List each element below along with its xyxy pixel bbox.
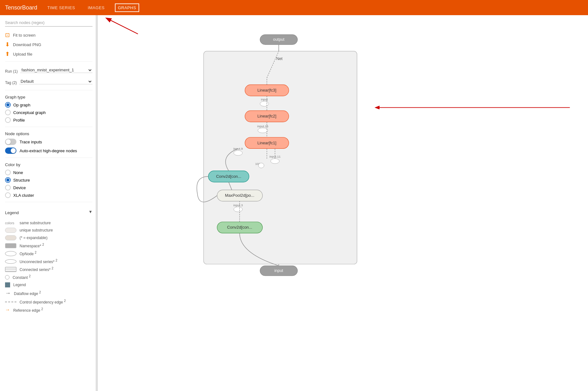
legend-namespace-icon — [5, 243, 16, 248]
conceptual-graph-option[interactable]: Conceptual graph — [5, 110, 92, 115]
legend-dataflow: → Dataflow edge 2 — [5, 290, 92, 297]
tag-row: Tag (2) Default — [5, 77, 92, 86]
legend-summary: Legend — [5, 282, 92, 287]
legend-colors-label: colors same substructure — [5, 221, 92, 225]
trace-inputs-row[interactable]: Trace inputs — [5, 139, 92, 145]
legend-reference-label: Reference edge 2 — [13, 307, 43, 313]
tag-label: Tag (2) — [5, 81, 17, 85]
legend-constant-label: Constant 2 — [13, 274, 31, 280]
auto-extract-label: Auto-extract high-degree nodes — [20, 148, 77, 153]
op-graph-option[interactable]: Op graph — [5, 102, 92, 108]
fit-to-screen-action[interactable]: ⊡ Fit to screen — [5, 32, 92, 39]
legend-same-substructure: same substructure — [20, 221, 51, 225]
legend-colors-text: colors — [5, 221, 16, 225]
legend-section: colors same substructure unique substruc… — [5, 221, 92, 313]
legend-dataflow-label: Dataflow edge 2 — [14, 291, 41, 296]
profile-radio[interactable] — [5, 117, 11, 123]
color-by-title: Color by — [5, 162, 92, 167]
color-xla-label: XLA cluster — [13, 193, 34, 198]
run-select[interactable]: fashion_mnist_experiment_1 — [20, 67, 92, 73]
upload-label: Upload file — [13, 52, 32, 57]
legend-connected-label: Connected series* 2 — [20, 267, 53, 272]
upload-file-action[interactable]: ⬆ Upload file — [5, 51, 92, 57]
color-structure[interactable]: Structure — [5, 177, 92, 183]
color-none[interactable]: None — [5, 170, 92, 175]
navbar: TensorBoard TIME SERIES IMAGES GRAPHS — [0, 0, 588, 15]
svg-point-10 — [260, 101, 269, 106]
color-structure-radio[interactable] — [5, 177, 11, 183]
svg-text:Net: Net — [276, 56, 282, 61]
auto-extract-toggle[interactable] — [5, 147, 16, 154]
app-brand: TensorBoard — [5, 4, 37, 11]
svg-text:Linear[fc2]: Linear[fc2] — [257, 114, 276, 118]
svg-text:Conv2d[con...: Conv2d[con... — [227, 225, 252, 230]
fit-label: Fit to screen — [13, 33, 36, 38]
legend-connected-icon — [5, 267, 16, 272]
svg-text:MaxPool2d[po...: MaxPool2d[po... — [225, 193, 254, 198]
conceptual-graph-label: Conceptual graph — [13, 110, 46, 115]
conceptual-graph-radio[interactable] — [5, 110, 11, 115]
legend-constant-icon — [5, 275, 9, 280]
legend-connected: Connected series* 2 — [5, 267, 92, 272]
profile-option[interactable]: Profile — [5, 117, 92, 123]
svg-text:Conv2d[con...: Conv2d[con... — [216, 174, 241, 179]
search-input[interactable] — [5, 19, 92, 27]
scroll-indicator — [96, 15, 98, 391]
legend-opnode-label: OpNode 2 — [20, 251, 37, 256]
nav-images[interactable]: IMAGES — [85, 4, 107, 11]
trace-inputs-toggle[interactable] — [5, 139, 16, 145]
graph-area[interactable]: Net output Linear[fc3] input Linear[fc2]… — [98, 15, 588, 391]
color-xla[interactable]: XLA cluster — [5, 192, 92, 198]
svg-point-22 — [270, 159, 279, 164]
download-png-action[interactable]: ⬇ Download PNG — [5, 41, 92, 48]
color-device[interactable]: Device — [5, 185, 92, 190]
color-device-radio[interactable] — [5, 185, 11, 190]
legend-namespace-label: Namespace* 2 — [20, 243, 44, 248]
legend-control-label: Control dependency edge 2 — [20, 299, 66, 304]
color-structure-label: Structure — [13, 178, 30, 183]
color-none-label: None — [13, 170, 23, 175]
legend-header[interactable]: Legend ▼ — [5, 206, 92, 218]
graph-type-options: Op graph Conceptual graph Profile — [5, 102, 92, 123]
svg-line-0 — [107, 18, 138, 34]
legend-chevron[interactable]: ▼ — [88, 209, 92, 214]
profile-label: Profile — [13, 118, 25, 123]
svg-text:Linear[fc3]: Linear[fc3] — [257, 88, 276, 93]
auto-extract-row[interactable]: Auto-extract high-degree nodes — [5, 147, 92, 154]
color-none-radio[interactable] — [5, 170, 11, 175]
legend-unconnected: Unconnected series* 2 — [5, 259, 92, 264]
legend-constant: Constant 2 — [5, 274, 92, 280]
graph-type-title: Graph type — [5, 95, 92, 99]
svg-point-15 — [258, 128, 268, 133]
tag-select[interactable]: Default — [19, 79, 92, 84]
op-graph-label: Op graph — [13, 103, 30, 107]
svg-text:input.3: input.3 — [233, 203, 243, 207]
svg-text:output: output — [273, 37, 284, 42]
trace-inputs-label: Trace inputs — [20, 140, 42, 144]
color-device-label: Device — [13, 185, 26, 190]
color-xla-radio[interactable] — [5, 192, 11, 198]
svg-point-24 — [258, 163, 264, 168]
svg-text:Linear[fc1]: Linear[fc1] — [257, 141, 276, 145]
svg-point-18 — [234, 150, 242, 155]
nav-timeseries[interactable]: TIME SERIES — [45, 4, 78, 11]
nav-graphs[interactable]: GRAPHS — [115, 3, 140, 12]
legend-control-icon — [5, 302, 16, 302]
op-graph-radio[interactable] — [5, 102, 11, 108]
svg-point-30 — [234, 207, 242, 212]
app-body: ⊡ Fit to screen ⬇ Download PNG ⬆ Upload … — [0, 15, 588, 391]
legend-same-icon — [5, 228, 16, 233]
legend-same-box: unique substructure — [5, 228, 92, 233]
run-label: Run (1) — [5, 69, 18, 74]
legend-unique-icon — [5, 235, 16, 240]
legend-control: Control dependency edge 2 — [5, 299, 92, 304]
legend-reference: → Reference edge 2 — [5, 307, 92, 313]
download-label: Download PNG — [13, 42, 41, 47]
upload-icon: ⬆ — [5, 51, 10, 57]
legend-title: Legend — [5, 210, 19, 215]
legend-opnode-icon — [5, 251, 16, 256]
legend-reference-icon: → — [5, 307, 10, 313]
run-row: Run (1) fashion_mnist_experiment_1 — [5, 65, 92, 75]
legend-summary-label: Legend — [13, 283, 26, 287]
legend-summary-icon — [5, 282, 10, 287]
